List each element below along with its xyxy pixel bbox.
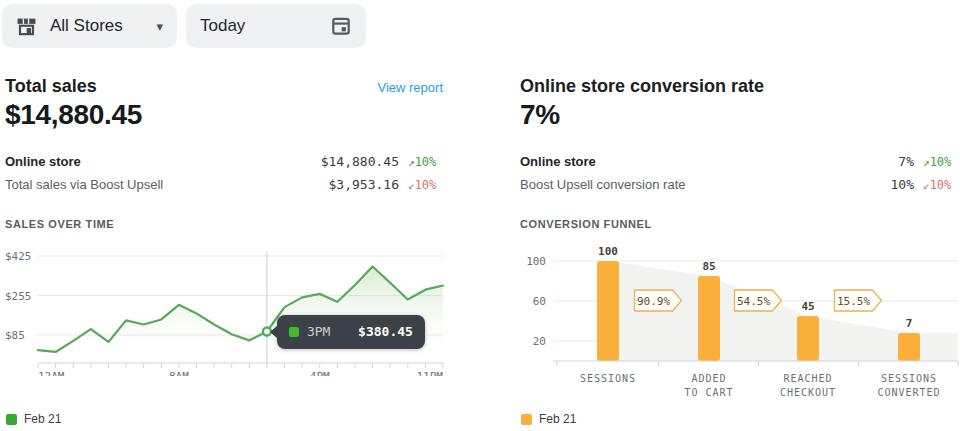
svg-text:CHECKOUT: CHECKOUT	[780, 387, 836, 398]
svg-text:54.5%: 54.5%	[737, 295, 770, 308]
legend-swatch	[6, 414, 17, 425]
conversion-header: Online store conversion rate	[520, 76, 958, 97]
svg-text:45: 45	[801, 300, 814, 313]
tooltip-time-label: 3PM	[307, 324, 330, 339]
svg-text:CONVERTED: CONVERTED	[877, 387, 940, 398]
conversion-rate-card: Online store conversion rate 7% Online s…	[520, 70, 960, 431]
delta-badge: ↙10%	[399, 178, 445, 192]
conversion-rate-value: 7%	[520, 99, 560, 131]
svg-text:$255: $255	[5, 290, 32, 303]
delta-badge: ↙10%	[914, 178, 960, 192]
delta-badge: ↗10%	[399, 155, 445, 169]
calendar-icon	[330, 15, 352, 37]
svg-text:20: 20	[533, 335, 546, 348]
svg-text:$425: $425	[5, 250, 32, 263]
tooltip-series-swatch	[289, 327, 299, 337]
total-sales-card: Total sales View report $14,880.45 Onlin…	[5, 70, 445, 431]
date-selector-button[interactable]: Today	[186, 4, 366, 48]
svg-text:8AM: 8AM	[169, 370, 189, 376]
delta-badge: ↗10%	[914, 155, 960, 169]
svg-text:11PM: 11PM	[417, 370, 444, 376]
svg-text:100: 100	[598, 246, 618, 258]
trend-arrow-icon: ↙	[923, 179, 930, 192]
svg-text:85: 85	[702, 260, 715, 273]
svg-text:100: 100	[526, 255, 546, 268]
svg-text:REACHED: REACHED	[783, 373, 832, 384]
metric-row-boost-upsell: Total sales via Boost Upsell $3,953.16 ↙…	[5, 173, 445, 196]
trend-arrow-icon: ↙	[408, 179, 415, 192]
conversion-breakdown: Online store 7% ↗10% Boost Upsell conver…	[520, 150, 960, 196]
store-selector-button[interactable]: All Stores ▾	[2, 4, 177, 48]
svg-text:4PM: 4PM	[310, 370, 330, 376]
date-selector-label: Today	[200, 16, 245, 36]
svg-text:ADDED: ADDED	[691, 373, 726, 384]
total-sales-header: Total sales View report	[5, 76, 443, 97]
conversion-funnel-title: CONVERSION FUNNEL	[520, 218, 652, 230]
total-sales-breakdown: Online store $14,880.45 ↗10% Total sales…	[5, 150, 445, 196]
storefront-icon	[16, 16, 37, 37]
sales-over-time-chart[interactable]: $425$255$8512AM8AM4PM11PM 3PM $380.45	[5, 248, 445, 376]
chart-tooltip: 3PM $380.45	[277, 315, 425, 349]
conversion-title: Online store conversion rate	[520, 76, 764, 97]
sales-over-time-title: SALES OVER TIME	[5, 218, 114, 230]
trend-arrow-icon: ↗	[408, 156, 415, 169]
funnel-legend: Feb 21	[521, 412, 576, 426]
svg-text:12AM: 12AM	[38, 370, 65, 376]
svg-text:7: 7	[906, 317, 913, 330]
svg-text:SESSIONS: SESSIONS	[881, 373, 937, 384]
sales-legend: Feb 21	[6, 412, 61, 426]
svg-text:SESSIONS: SESSIONS	[580, 373, 636, 384]
chevron-down-icon: ▾	[156, 19, 163, 34]
svg-text:$85: $85	[5, 329, 25, 342]
legend-swatch	[521, 414, 532, 425]
trend-arrow-icon: ↗	[923, 156, 930, 169]
svg-text:90.9%: 90.9%	[637, 295, 670, 308]
store-selector-label: All Stores	[50, 16, 123, 36]
total-sales-title: Total sales	[5, 76, 97, 97]
conversion-funnel-chart[interactable]: 100602090.9%54.5%15.5%10085457SESSIONSAD…	[520, 246, 960, 404]
metric-row-online-store-rate: Online store 7% ↗10%	[520, 150, 960, 173]
svg-text:15.5%: 15.5%	[837, 295, 870, 308]
metric-row-online-store: Online store $14,880.45 ↗10%	[5, 150, 445, 173]
total-sales-value: $14,880.45	[5, 99, 142, 131]
metric-row-boost-upsell-rate: Boost Upsell conversion rate 10% ↙10%	[520, 173, 960, 196]
view-report-link[interactable]: View report	[377, 80, 443, 95]
svg-text:TO CART: TO CART	[684, 387, 733, 398]
tooltip-value: $380.45	[358, 324, 413, 339]
svg-text:60: 60	[533, 295, 546, 308]
